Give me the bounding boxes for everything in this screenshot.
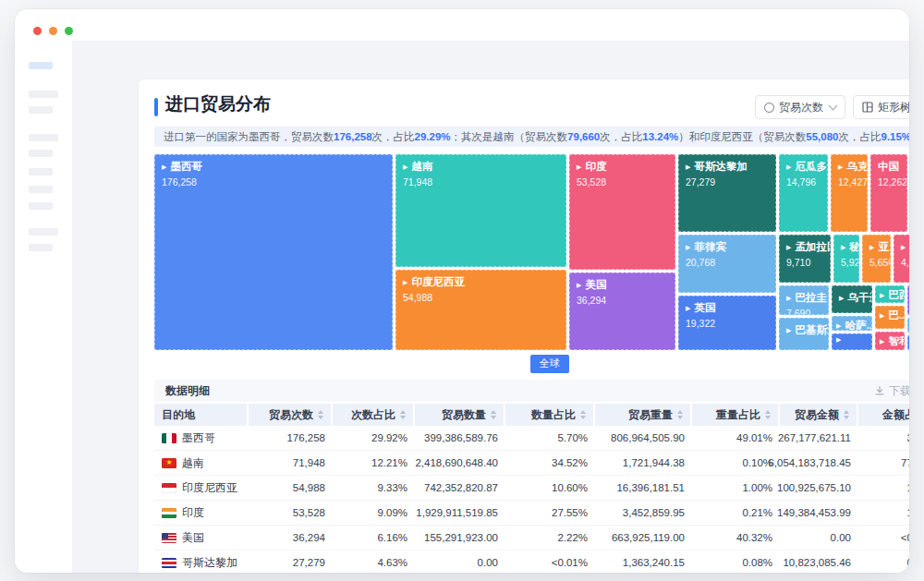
sidebar-item[interactable] (29, 168, 53, 176)
sort-icon[interactable] (580, 410, 586, 419)
drilldown-arrow-icon: ▶ (686, 305, 690, 311)
sidebar-item[interactable] (29, 106, 53, 114)
window-controls (33, 27, 73, 35)
table-row[interactable]: 墨西哥176,25829.92%399,386,589.765.70%806,9… (154, 426, 909, 451)
sort-icon[interactable] (400, 410, 406, 419)
treemap-tile-small-a[interactable] (907, 318, 909, 333)
treemap-tile-bangladesh[interactable]: ▶孟加拉国9,710 (779, 235, 831, 283)
treemap-tile-vietnam[interactable]: ▶越南71,948 (395, 154, 566, 267)
table-row[interactable]: 美国36,2946.16%155,291,923.002.22%663,925,… (154, 526, 909, 551)
column-header-trade-count[interactable]: 贸易次数 (249, 404, 333, 426)
treemap-tile-small-25[interactable]: ▶2,5 (907, 285, 909, 315)
column-header-trade-quantity[interactable]: 贸易数量 (415, 404, 505, 426)
tile-name: 哥斯达黎加 (694, 160, 748, 174)
sidebar-item[interactable] (29, 134, 58, 141)
value-cell-quantity-share: 34.52% (505, 457, 595, 468)
treemap-tile-usa[interactable]: ▶美国36,294 (569, 272, 675, 350)
treemap-tile-small-c[interactable]: ▶ (907, 335, 909, 350)
treemap-tile-small-1[interactable]: ▶ (832, 333, 872, 350)
column-label: 贸易重量 (628, 407, 673, 423)
global-scope-button[interactable]: 全球 (530, 355, 569, 373)
sidebar-item[interactable] (29, 228, 58, 236)
download-data-button[interactable]: 下载数据 (874, 383, 909, 399)
column-header-amount-share[interactable]: 金额占比 (858, 404, 909, 426)
destination-cell: 印度尼西亚 (154, 480, 249, 496)
treemap-tile-ecuador[interactable]: ▶厄瓜多尔14,796 (779, 154, 828, 232)
dashboard-card: 进口贸易分布 贸易次数 矩形树图 进口第一的国家为墨西哥 (139, 79, 909, 573)
treemap-tile-costa-rica[interactable]: ▶哥斯达黎加27,279 (678, 154, 776, 232)
sidebar-item[interactable] (29, 244, 53, 251)
value-cell-amount-share: 1.92% (858, 507, 909, 518)
treemap-tile-brazil[interactable]: ▶巴西 (875, 285, 905, 303)
tile-label: ▶巴西 (880, 288, 900, 302)
flag-us-icon (162, 533, 176, 543)
sort-icon[interactable] (844, 410, 849, 419)
treemap-tile-philippines[interactable]: ▶菲律宾20,768 (678, 235, 776, 293)
tile-name: 哈萨... (845, 319, 872, 331)
column-header-count-share[interactable]: 次数占比 (333, 404, 415, 426)
sort-icon[interactable] (765, 410, 771, 419)
sort-icon[interactable] (318, 410, 323, 419)
tile-value: 27,279 (686, 176, 769, 188)
flag-in-icon (162, 508, 176, 518)
treemap-tile-kazakh-trunc[interactable]: ▶哈萨... (832, 316, 872, 331)
treemap-tile-uganda[interactable]: ▶乌干达 (832, 285, 872, 313)
table-row[interactable]: 哥斯达黎加27,2794.63%0.00<0.01%1,363,240.150.… (154, 551, 909, 573)
minimize-window-button[interactable] (49, 27, 57, 35)
column-header-trade-weight[interactable]: 贸易重量 (595, 404, 692, 426)
destination-name: 墨西哥 (182, 430, 215, 446)
tile-value: 53,528 (577, 176, 668, 188)
treemap-tile-ya-trunc[interactable]: ▶亚5,650 (862, 235, 891, 283)
treemap-tile-peru[interactable]: ▶秘鲁5,924 (833, 235, 859, 283)
value-cell-trade-count: 176,258 (249, 432, 333, 443)
value-cell-trade-count: 71,948 (249, 457, 333, 468)
tile-label: ▶亚 (869, 240, 883, 254)
table-row[interactable]: 越南71,94812.21%2,418,690,648.4034.52%1,72… (154, 451, 909, 476)
sort-icon[interactable] (677, 410, 683, 419)
chart-type-dropdown[interactable]: 矩形树图 (853, 95, 909, 119)
treemap-tile-india[interactable]: ▶印度53,528 (569, 154, 675, 270)
metric-dropdown-label: 贸易次数 (779, 100, 823, 115)
title-accent-bar (154, 98, 158, 116)
treemap-tile-ba-trunc[interactable]: ▶巴... (875, 306, 905, 329)
tile-value: 5,924 (841, 257, 852, 268)
tile-value: 36,294 (577, 295, 668, 306)
summary-value: 29.29% (415, 131, 451, 142)
metric-dropdown[interactable]: 贸易次数 (755, 95, 845, 119)
sort-icon[interactable] (491, 410, 496, 419)
treemap-tile-ken-trunc[interactable]: ▶肯4,836 (894, 235, 909, 283)
sidebar-item[interactable] (29, 91, 58, 98)
tile-label: ▶ (836, 336, 868, 343)
sidebar-item[interactable] (29, 202, 53, 210)
treemap-tile-indonesia[interactable]: ▶印度尼西亚54,988 (395, 270, 566, 350)
treemap-tile-pakistan[interactable]: ▶巴基斯坦 (779, 318, 829, 350)
sidebar-item[interactable] (29, 186, 53, 193)
treemap-tile-china[interactable]: 中国12,262 (870, 154, 907, 232)
column-header-weight-share[interactable]: 重量占比 (692, 404, 780, 426)
table-row[interactable]: 印度53,5289.09%1,929,911,519.8527.55%3,452… (154, 501, 909, 526)
treemap-tile-mexico[interactable]: ▶墨西哥176,258 (154, 154, 393, 350)
column-header-trade-amount[interactable]: 贸易金额 (780, 404, 858, 426)
sidebar-item-selected[interactable] (29, 62, 53, 69)
value-cell-trade-quantity: 1,929,911,519.85 (415, 507, 505, 518)
table-row[interactable]: 印度尼西亚54,9889.33%742,352,820.8710.60%16,3… (154, 476, 909, 501)
chevron-down-icon (829, 102, 838, 111)
tile-label: ▶印度尼西亚 (403, 275, 559, 289)
tile-value: 14,796 (786, 176, 821, 188)
value-cell-count-share: 9.09% (333, 507, 415, 518)
treemap-breadcrumb: 全球 (154, 354, 909, 373)
value-cell-trade-weight: 806,964,505.90 (595, 432, 692, 443)
column-label: 次数占比 (351, 407, 395, 423)
treemap-tile-paraguay[interactable]: ▶巴拉圭7,690 (779, 285, 829, 315)
treemap: ▶墨西哥176,258▶越南71,948▶印度尼西亚54,988▶印度53,52… (154, 154, 909, 350)
treemap-tile-ukraine[interactable]: ▶乌克兰12,427 (831, 154, 868, 232)
maximize-window-button[interactable] (65, 27, 73, 35)
column-header-quantity-share[interactable]: 数量占比 (505, 404, 595, 426)
tile-value: 19,322 (686, 318, 769, 329)
close-window-button[interactable] (33, 27, 42, 35)
treemap-tile-chile[interactable]: ▶智利 (875, 332, 905, 350)
treemap-tile-uk[interactable]: ▶英国19,322 (678, 296, 776, 350)
value-cell-quantity-share: 10.60% (505, 482, 595, 493)
tile-name: 巴拉圭 (795, 291, 827, 305)
sidebar-item[interactable] (29, 150, 53, 157)
